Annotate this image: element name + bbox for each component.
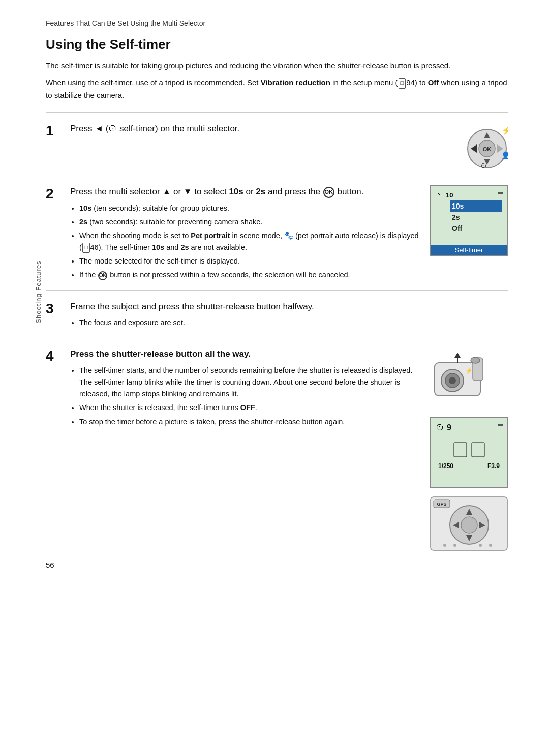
focus-brackets-svg <box>446 439 492 461</box>
ok-button-icon: OK <box>323 187 334 198</box>
option-10s: 10s <box>450 200 502 212</box>
camera-svg: ⚡ <box>430 347 496 409</box>
timer-options: 10s 2s Off <box>450 200 502 234</box>
svg-text:OK: OK <box>483 146 492 152</box>
step-2-heading: Press the multi selector ▲ or ▼ to selec… <box>70 185 419 198</box>
svg-point-14 <box>449 377 456 384</box>
bullet-2-4: The mode selected for the self-timer is … <box>79 255 419 267</box>
countdown-row: ⏲ 9 <box>436 422 502 433</box>
intro-text-2: When using the self-timer, use of a trip… <box>46 77 508 101</box>
svg-point-25 <box>461 517 477 533</box>
svg-text:⏲: ⏲ <box>480 162 487 169</box>
page: Shooting Features Features That Can Be S… <box>0 0 549 584</box>
step-4-content: Press the shutter-release button all the… <box>70 347 420 431</box>
timer-10-label: 10 <box>446 191 453 199</box>
timer-circle-icon: ⏲ <box>436 190 444 199</box>
option-2s: 2s <box>450 212 502 223</box>
lcd-corner-icon: ▬ <box>498 189 503 195</box>
svg-point-32 <box>479 544 482 547</box>
bullet-4-1: The self-timer starts, and the number of… <box>79 365 420 400</box>
step-1: 1 Press ◄ (⏲ self-timer) on the multi se… <box>46 112 508 176</box>
timer-icon-row: ⏲ 10 <box>436 190 502 199</box>
self-timer-label: Self-timer <box>431 245 507 255</box>
svg-point-15 <box>471 357 480 363</box>
step-3-bullets: The focus and exposure are set. <box>79 317 508 329</box>
svg-rect-19 <box>454 443 467 457</box>
lcd2-corner: ▬ <box>498 421 503 427</box>
camera-body-sketch: ⚡ <box>430 347 508 410</box>
step-1-heading: Press ◄ (⏲ self-timer) on the multi sele… <box>70 122 442 135</box>
step-2-content: Press the multi selector ▲ or ▼ to selec… <box>70 185 419 285</box>
focus-area <box>436 437 502 462</box>
step-1-number: 1 <box>46 123 65 139</box>
ok-icon-inline: OK <box>98 271 107 280</box>
svg-point-30 <box>443 544 446 547</box>
bullet-2-5: If the OK button is not pressed within a… <box>79 269 419 281</box>
step-4-heading: Press the shutter-release button all the… <box>70 347 420 361</box>
svg-rect-20 <box>472 443 484 457</box>
lcd-screen-step4: ▬ ⏲ 9 <box>430 417 508 488</box>
countdown-icon: ⏲ <box>436 422 445 433</box>
ref-icon-2: □ <box>82 243 90 253</box>
ref-icon: □ <box>399 78 406 89</box>
step-3-number: 3 <box>46 301 65 317</box>
control-dial-sketch: GPS <box>430 496 508 553</box>
self-timer-icon: ⏲ <box>108 124 117 133</box>
svg-text:GPS: GPS <box>437 502 446 507</box>
dial-svg: GPS <box>430 496 508 551</box>
shutter-speed: 1/250 <box>438 462 453 470</box>
step-4-number: 4 <box>46 348 65 364</box>
svg-text:👤: 👤 <box>501 151 508 160</box>
page-number: 56 <box>46 561 54 569</box>
aperture: F3.9 <box>487 462 500 470</box>
step-4-images: ⚡ ▬ ⏲ 9 <box>430 347 508 553</box>
svg-point-33 <box>489 544 492 547</box>
bullet-2-2: 2s (two seconds): suitable for preventin… <box>79 216 419 228</box>
bullet-2-3: When the shooting mode is set to Pet por… <box>79 230 419 253</box>
step-1-image: OK ⚡ ⏲ 👤 <box>452 122 508 170</box>
step-2-image: ▬ ⏲ 10 10s 2s Off Self-timer <box>430 185 508 256</box>
step-3: 3 Frame the subject and press the shutte… <box>46 290 508 338</box>
bullet-2-1: 10s (ten seconds): suitable for group pi… <box>79 202 419 214</box>
countdown-number: 9 <box>447 423 451 432</box>
exposure-info: 1/250 F3.9 <box>436 462 502 470</box>
step-1-content: Press ◄ (⏲ self-timer) on the multi sele… <box>70 122 442 138</box>
step-2: 2 Press the multi selector ▲ or ▼ to sel… <box>46 176 508 290</box>
sidebar-label: Shooting Features <box>35 260 42 323</box>
bullet-4-3: To stop the timer before a picture is ta… <box>79 416 420 428</box>
svg-marker-16 <box>454 353 461 358</box>
lcd-screen-step2: ▬ ⏲ 10 10s 2s Off Self-timer <box>430 185 508 256</box>
step-2-bullets: 10s (ten seconds): suitable for group pi… <box>79 202 419 281</box>
step-4: 4 Press the shutter-release button all t… <box>46 338 508 558</box>
bullet-3-1: The focus and exposure are set. <box>79 317 508 329</box>
step-3-content: Frame the subject and press the shutter-… <box>70 300 508 333</box>
step-4-bullets: The self-timer starts, and the number of… <box>79 365 420 428</box>
svg-text:⚡: ⚡ <box>501 126 508 135</box>
section-title: Using the Self-timer <box>46 37 508 52</box>
svg-point-31 <box>453 544 456 547</box>
svg-text:⚡: ⚡ <box>465 367 473 374</box>
option-off: Off <box>450 223 502 234</box>
step-2-number: 2 <box>46 186 65 202</box>
features-header: Features That Can Be Set Using the Multi… <box>46 19 508 27</box>
step-3-heading: Frame the subject and press the shutter-… <box>70 300 508 313</box>
multi-selector-svg: OK ⚡ ⏲ 👤 <box>452 122 508 170</box>
bullet-4-2: When the shutter is released, the self-t… <box>79 402 420 414</box>
intro-text-1: The self-timer is suitable for taking gr… <box>46 60 508 72</box>
